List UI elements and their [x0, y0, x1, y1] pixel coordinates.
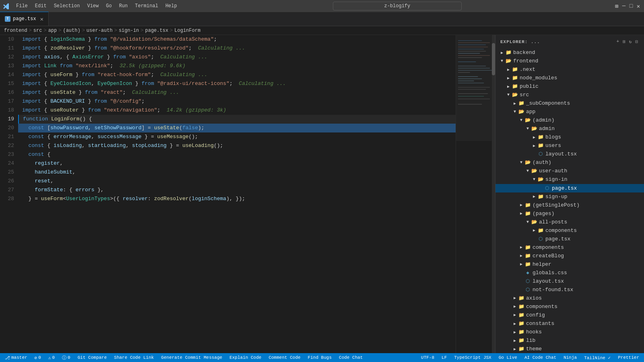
- tree-item-helper[interactable]: ▶ 📁 helper: [495, 260, 644, 269]
- arrow-admin-group: ▼: [518, 117, 524, 124]
- status-prettier[interactable]: Prettier: [616, 355, 641, 360]
- arrow-createblog: ▶: [518, 252, 524, 259]
- tree-item-createblog[interactable]: ▶ 📁 createBlog: [495, 252, 644, 260]
- tree-item-globals-css[interactable]: ▶ ◆ globals.css: [495, 269, 644, 277]
- tree-item-lib[interactable]: ▶ 📁 lib: [495, 336, 644, 345]
- tree-item-public[interactable]: ▶ 📁 public: [495, 82, 644, 91]
- tree-item-auth-group[interactable]: ▼ 📂 (auth): [495, 158, 644, 167]
- minimap[interactable]: [456, 35, 492, 353]
- tree-item-subcomponents[interactable]: ▶ 📁 _subComponents: [495, 99, 644, 108]
- tree-label-page-tsx-2: page.tsx: [545, 236, 570, 242]
- tree-item-components2[interactable]: ▶ 📁 components: [495, 243, 644, 252]
- bc-app[interactable]: app: [48, 28, 57, 33]
- line-26: 26: [0, 177, 14, 186]
- status-language[interactable]: TypeScript JSX: [452, 355, 493, 360]
- line-13: 13: [0, 62, 14, 70]
- bc-page-tsx[interactable]: page.tsx: [145, 28, 169, 33]
- tree-item-users[interactable]: ▶ 📁 users: [495, 141, 644, 150]
- menu-edit[interactable]: Edit: [32, 2, 50, 10]
- tree-item-page-tsx-2[interactable]: ▶ ⬡ page.tsx: [495, 235, 644, 243]
- tree-item-layout-tsx2[interactable]: ▶ ⬡ layout.tsx: [495, 277, 644, 285]
- status-go-live[interactable]: Go Live: [497, 355, 519, 360]
- tree-item-blogs[interactable]: ▶ 📁 blogs: [495, 133, 644, 141]
- tree-item-components3[interactable]: ▶ 📁 components: [495, 302, 644, 311]
- tree-item-axios[interactable]: ▶ 📁 axios: [495, 294, 644, 302]
- bc-user-auth[interactable]: user-auth: [87, 28, 113, 33]
- arrow-sign-in: ▼: [531, 176, 537, 183]
- scrollbar[interactable]: [492, 35, 495, 353]
- tree-item-pages[interactable]: ▶ 📁 (pages): [495, 209, 644, 218]
- tree-item-theme[interactable]: ▶ 📁 theme: [495, 345, 644, 353]
- menu-selection[interactable]: Selection: [51, 2, 83, 10]
- folder-icon-sign-in: 📂: [537, 176, 544, 183]
- status-line-ending[interactable]: LF: [440, 355, 448, 360]
- close-button[interactable]: ✕: [636, 4, 641, 8]
- tree-item-not-found-tsx[interactable]: ▶ ⬡ not-found.tsx: [495, 285, 644, 294]
- search-bar[interactable]: z-blogify: [333, 2, 462, 10]
- tab-close-icon[interactable]: ✕: [40, 16, 43, 23]
- code-editor[interactable]: import { loginSchema } from "@/validatio…: [18, 35, 456, 353]
- new-file-icon[interactable]: +: [616, 38, 621, 45]
- menu-view[interactable]: View: [84, 2, 102, 10]
- tree-item-config[interactable]: ▶ 📁 config: [495, 311, 644, 319]
- tree-item-hooks[interactable]: ▶ 📁 hooks: [495, 328, 644, 336]
- refresh-icon[interactable]: ↻: [628, 38, 633, 45]
- line-16: 16: [0, 88, 14, 97]
- tree-item-app[interactable]: ▼ 📂 app: [495, 108, 644, 116]
- tab-page-tsx[interactable]: T page.tsx ✕: [0, 12, 49, 26]
- tree-item-frontend[interactable]: ▼ 📂 frontend: [495, 57, 644, 65]
- status-warnings[interactable]: ⚠ 0: [47, 355, 56, 360]
- folder-icon-subcomponents: 📁: [518, 100, 524, 107]
- tree-item-constants[interactable]: ▶ 📁 constants: [495, 319, 644, 328]
- bc-auth[interactable]: (auth): [63, 28, 80, 33]
- tree-item-all-posts[interactable]: ▼ 📂 all-posts: [495, 218, 644, 226]
- menu-terminal[interactable]: Terminal: [132, 2, 161, 10]
- bc-src[interactable]: src: [33, 28, 42, 33]
- new-folder-icon[interactable]: ⊞: [622, 38, 627, 45]
- tree-item-node-modules[interactable]: ▶ 📁 node_modules: [495, 74, 644, 82]
- tree-item-admin[interactable]: ▼ 📂 admin: [495, 124, 644, 133]
- status-git-branch[interactable]: ⎇ master: [3, 355, 29, 360]
- status-info[interactable]: ⓘ 0: [60, 355, 72, 361]
- tree-item-sign-in[interactable]: ▼ 📂 sign-in: [495, 175, 644, 184]
- tree-item-page-tsx-active[interactable]: ▶ ⬡ page.tsx: [495, 184, 644, 192]
- status-errors[interactable]: ⊘ 0: [33, 355, 43, 360]
- status-encoding[interactable]: UTF-8: [419, 355, 436, 360]
- arrow-users: ▶: [531, 143, 537, 149]
- menu-help[interactable]: Help: [162, 2, 180, 10]
- tree-label-admin: admin: [539, 126, 555, 132]
- layout-icon[interactable]: ⊞: [614, 4, 619, 8]
- tree-label-sign-up: sign-up: [545, 194, 568, 200]
- menu-go[interactable]: Go: [103, 2, 115, 10]
- tree-item-user-auth[interactable]: ▼ 📂 user-auth: [495, 167, 644, 175]
- tree-item-components-allposts[interactable]: ▶ 📁 components: [495, 226, 644, 235]
- tree-item-admin-group[interactable]: ▼ 📂 (admin): [495, 116, 644, 124]
- menu-run[interactable]: Run: [116, 2, 131, 10]
- status-share-code[interactable]: Share Code Link: [112, 355, 155, 360]
- tsx-icon-page2: ⬡: [537, 236, 544, 242]
- status-explain-code[interactable]: Explain Code: [228, 355, 263, 360]
- status-ninja[interactable]: Ninja: [562, 355, 578, 360]
- status-generate-commit[interactable]: Generate Commit Message: [159, 355, 224, 360]
- tree-item-layout-tsx[interactable]: ▶ ⬡ layout.tsx: [495, 150, 644, 158]
- status-tailnine[interactable]: TailNine ✓: [582, 355, 612, 360]
- menu-file[interactable]: File: [13, 2, 31, 10]
- tree-item-sign-up[interactable]: ▶ 📁 sign-up: [495, 192, 644, 201]
- line-19: 19: [0, 115, 14, 124]
- line-15: 15: [0, 79, 14, 88]
- tree-item-backend[interactable]: ▶ 📁 backend: [495, 48, 644, 57]
- tree-item-src[interactable]: ▼ 📂 src: [495, 91, 644, 99]
- status-find-bugs[interactable]: Find Bugs: [306, 355, 333, 360]
- status-code-chat[interactable]: Code Chat: [337, 355, 364, 360]
- bc-frontend[interactable]: frontend: [4, 28, 27, 33]
- collapse-icon[interactable]: ⊟: [634, 38, 639, 45]
- status-ai-code-chat[interactable]: AI Code Chat: [523, 355, 558, 360]
- minimize-button[interactable]: ─: [621, 4, 626, 8]
- tree-item-getsinglespost[interactable]: ▶ 📁 (getSinglePost): [495, 201, 644, 209]
- maximize-button[interactable]: □: [629, 4, 634, 8]
- status-comment-code[interactable]: Comment Code: [267, 355, 302, 360]
- status-git-compare[interactable]: Git Compare: [76, 355, 109, 360]
- tree-item-next[interactable]: ▶ 📁 .next: [495, 65, 644, 74]
- bc-sign-in[interactable]: sign-in: [119, 28, 139, 33]
- info-count: 0: [68, 355, 70, 360]
